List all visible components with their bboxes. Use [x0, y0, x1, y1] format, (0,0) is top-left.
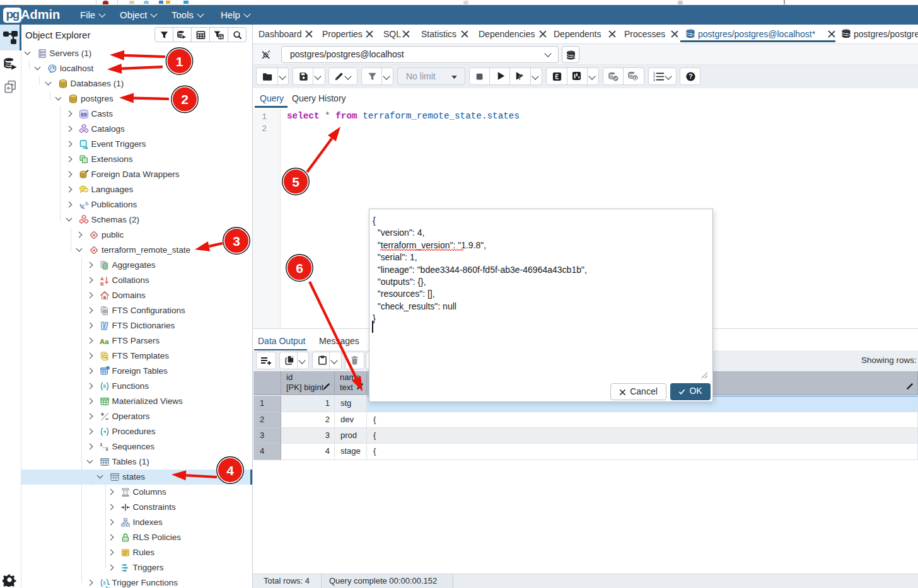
svg-text:Aa: Aa: [100, 338, 109, 345]
svg-text:B: B: [100, 281, 104, 286]
svg-text:3: 3: [105, 447, 108, 451]
svg-text:3: 3: [653, 78, 655, 82]
svg-text:69: 69: [81, 112, 87, 118]
svg-text:..: ..: [102, 444, 105, 449]
svg-text:?: ?: [688, 73, 692, 80]
